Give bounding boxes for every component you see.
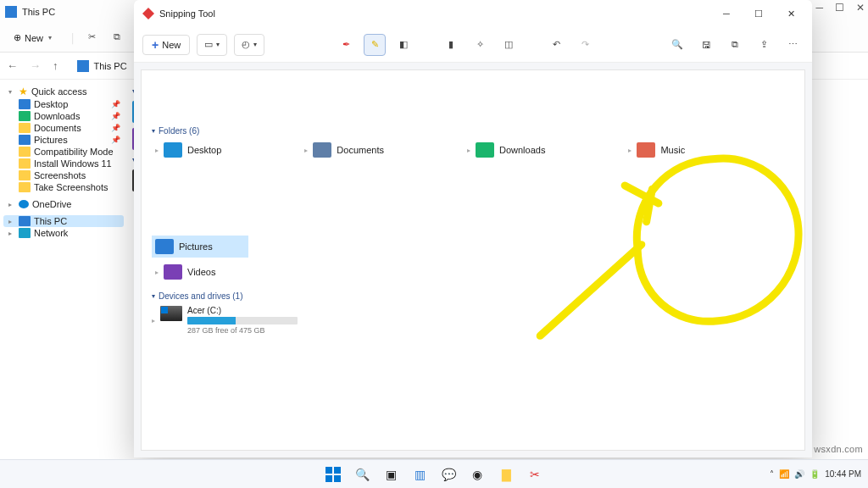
snip-title: Snipping Tool <box>159 8 215 19</box>
nav-tree: ▾★Quick access Desktop📌 Downloads📌 Docum… <box>0 80 127 456</box>
close-button[interactable]: ✕ <box>778 4 804 23</box>
widgets-icon[interactable]: ▥ <box>410 465 429 484</box>
cut-icon[interactable]: ✂ <box>88 31 102 45</box>
minimize-button[interactable]: ─ <box>714 4 739 23</box>
tree-install[interactable]: Install Windows 11 <box>3 158 124 169</box>
tree-desktop[interactable]: Desktop📌 <box>3 98 124 110</box>
drive-free-text: 287 GB free of 475 GB <box>187 326 298 335</box>
folder-documents[interactable]: ▸Documents <box>301 141 387 159</box>
snip-canvas[interactable]: ▾Folders (6) ▸Desktop ▸Documents ▸Downlo… <box>134 63 812 458</box>
tree-pictures[interactable]: Pictures📌 <box>3 134 124 146</box>
screenshot-content: ▾Folders (6) ▸Desktop ▸Documents ▸Downlo… <box>141 69 805 451</box>
snip-mode[interactable]: ▭ ▾ <box>197 34 227 56</box>
chat-icon[interactable]: 💬 <box>439 465 458 484</box>
tree-this-pc[interactable]: ▸This PC <box>3 215 124 227</box>
snip-new-button[interactable]: +New <box>142 35 190 55</box>
close-button[interactable]: ✕ <box>856 2 865 14</box>
folder-videos[interactable]: ▸Videos <box>152 263 219 281</box>
tree-downloads[interactable]: Downloads📌 <box>3 110 124 122</box>
devices-section[interactable]: ▾Devices and drives (1) <box>152 291 798 301</box>
maximize-button[interactable]: ☐ <box>835 2 844 14</box>
quick-access[interactable]: ▾★Quick access <box>3 85 124 98</box>
snip-titlebar[interactable]: Snipping Tool ─ ☐ ✕ <box>134 0 812 27</box>
copy-icon[interactable]: ⧉ <box>114 31 127 45</box>
snipping-tool-window: Snipping Tool ─ ☐ ✕ +New ▭ ▾ ◴ ▾ ✒ ✎ ◧ ▮… <box>134 0 812 458</box>
drive-label: Acer (C:) <box>187 306 298 315</box>
maximize-button[interactable]: ☐ <box>746 4 771 23</box>
tree-screenshots[interactable]: Screenshots <box>3 169 124 181</box>
watermark: wsxdn.com <box>814 444 863 454</box>
back-button[interactable]: ← <box>7 59 18 72</box>
folder-downloads[interactable]: ▸Downloads <box>464 141 548 159</box>
battery-icon[interactable]: 🔋 <box>810 469 820 479</box>
eraser-icon[interactable]: ◧ <box>392 34 415 56</box>
tree-compat[interactable]: Compatibility Mode <box>3 146 124 158</box>
address-bar[interactable]: This PC <box>77 60 127 72</box>
this-pc-icon <box>77 60 89 72</box>
up-button[interactable]: ↑ <box>53 59 58 72</box>
minimize-button[interactable]: ─ <box>815 2 823 14</box>
folder-desktop[interactable]: ▸Desktop <box>152 141 225 159</box>
undo-icon[interactable]: ↶ <box>545 34 567 56</box>
pen-red-icon[interactable]: ✒ <box>335 34 357 56</box>
forward-button[interactable]: → <box>30 59 41 72</box>
snip-delay[interactable]: ◴ ▾ <box>234 34 264 56</box>
folder-music[interactable]: ▸Music <box>625 141 688 159</box>
tree-onedrive[interactable]: ▸OneDrive <box>3 198 124 210</box>
zoom-icon[interactable]: 🔍 <box>666 34 688 56</box>
copy-icon[interactable]: ⧉ <box>724 34 746 56</box>
tree-documents[interactable]: Documents📌 <box>3 122 124 134</box>
volume-icon[interactable]: 🔊 <box>794 469 804 479</box>
drive-usage-bar <box>187 317 298 324</box>
snipping-tool-taskbar-icon[interactable]: ✂ <box>526 465 544 484</box>
folders-section[interactable]: ▾Folders (6) <box>152 126 798 136</box>
tray-chevron-icon[interactable]: ˄ <box>770 469 774 479</box>
taskbar: 🔍 ▣ ▥ 💬 ◉ ▇ ✂ ˄ 📶 🔊 🔋 10:44 PM <box>0 459 868 488</box>
window-title: This PC <box>22 7 55 17</box>
new-button[interactable]: ⊕ New▾ <box>7 30 58 46</box>
tree-network[interactable]: ▸Network <box>3 227 124 239</box>
folder-pictures[interactable]: Pictures <box>152 236 248 258</box>
clock[interactable]: 10:44 PM <box>825 469 861 479</box>
this-pc-icon <box>5 6 17 18</box>
drive-c[interactable]: ▸ Acer (C:) 287 GB free of 475 GB <box>152 306 798 335</box>
snip-toolbar: +New ▭ ▾ ◴ ▾ ✒ ✎ ◧ ▮ ✧ ◫ ↶ ↷ 🔍 🖫 ⧉ ⇪ ⋯ <box>134 27 812 63</box>
crop-icon[interactable]: ◫ <box>498 34 520 56</box>
tree-take[interactable]: Take Screenshots <box>3 181 124 193</box>
touch-icon[interactable]: ✧ <box>469 34 491 56</box>
ruler-icon[interactable]: ▮ <box>440 34 462 56</box>
explorer-icon[interactable]: ▇ <box>497 465 515 484</box>
highlighter-icon[interactable]: ✎ <box>364 34 386 56</box>
address-text: This PC <box>94 61 127 71</box>
share-icon[interactable]: ⇪ <box>753 34 775 56</box>
redo-icon[interactable]: ↷ <box>574 34 596 56</box>
wifi-icon[interactable]: 📶 <box>779 469 789 479</box>
search-icon[interactable]: 🔍 <box>353 465 371 484</box>
save-icon[interactable]: 🖫 <box>695 34 717 56</box>
snipping-tool-icon <box>142 8 154 19</box>
start-button[interactable] <box>324 465 342 484</box>
chrome-icon[interactable]: ◉ <box>468 465 487 484</box>
more-icon[interactable]: ⋯ <box>782 34 804 56</box>
drive-icon <box>160 306 182 321</box>
task-view-icon[interactable]: ▣ <box>381 465 400 484</box>
